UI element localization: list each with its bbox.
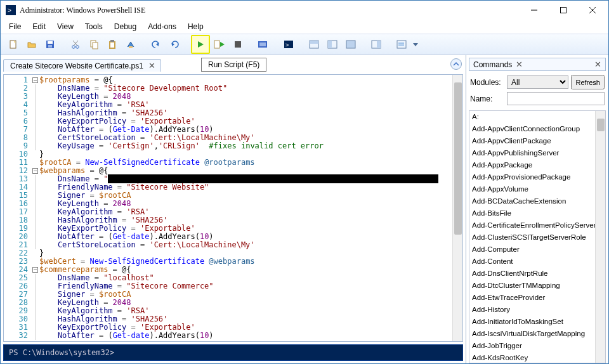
show-command-addon-button[interactable] <box>367 36 385 53</box>
tab-strip: Create Sitecore Website Certificate.ps1 … <box>3 58 463 72</box>
menu-view[interactable]: View <box>51 20 79 33</box>
command-item[interactable]: Add-AppxVolume <box>469 183 605 195</box>
commands-title: Commands <box>473 60 512 69</box>
refresh-button[interactable]: Refresh <box>571 75 605 89</box>
cut-button[interactable] <box>67 36 84 53</box>
command-item[interactable]: Add-KdsRootKey <box>469 352 605 363</box>
start-powershell-button[interactable]: > <box>280 36 298 53</box>
line-number-gutter: 1234567891011121314151617181920212223242… <box>4 75 30 341</box>
commands-header: Commands ✕ ✕ <box>469 58 606 71</box>
code-area[interactable]: $rootparams = @{ DnsName = "Sitecore Dev… <box>39 75 452 341</box>
window-title: Administrator: Windows PowerShell ISE <box>20 6 520 15</box>
layout-side-by-side-button[interactable] <box>324 36 341 53</box>
menu-help[interactable]: Help <box>182 20 209 33</box>
command-item[interactable]: Add-AppxProvisionedPackage <box>469 171 605 183</box>
svg-rect-3 <box>561 8 566 13</box>
command-item[interactable]: Add-JobTrigger <box>469 340 605 352</box>
undo-button[interactable] <box>147 36 165 53</box>
minimize-button[interactable] <box>520 1 549 20</box>
run-script-tooltip: Run Script (F5) <box>201 58 266 72</box>
svg-rect-24 <box>214 41 219 48</box>
editor-scrollbar[interactable] <box>452 75 462 341</box>
svg-text:>: > <box>8 7 11 14</box>
name-input[interactable] <box>507 92 605 105</box>
command-item[interactable]: Add-Content <box>469 256 605 268</box>
svg-rect-35 <box>346 41 355 48</box>
run-script-button[interactable] <box>191 35 210 54</box>
svg-marker-21 <box>156 42 159 46</box>
layout-maximized-button[interactable] <box>342 36 360 53</box>
new-button[interactable] <box>4 36 22 53</box>
command-item[interactable]: Add-DnsClientNrptRule <box>469 268 605 280</box>
command-item[interactable]: Add-CertificateEnrollmentPolicyServer <box>469 219 605 231</box>
command-item[interactable]: Add-InitiatorIdToMaskingSet <box>469 316 605 328</box>
code-editor[interactable]: 1234567891011121314151617181920212223242… <box>3 74 463 342</box>
app-icon: > <box>6 5 16 15</box>
svg-rect-28 <box>259 42 266 46</box>
close-button[interactable] <box>578 1 607 20</box>
command-item[interactable]: Add-AppvClientPackage <box>469 135 605 147</box>
new-remote-tab-button[interactable] <box>254 36 272 53</box>
menu-add-ons[interactable]: Add-ons <box>142 20 182 33</box>
command-item[interactable]: Add-AppvPublishingServer <box>469 147 605 159</box>
copy-button[interactable] <box>85 36 103 53</box>
close-tab-icon[interactable]: ✕ <box>147 61 157 70</box>
svg-rect-38 <box>397 41 406 48</box>
file-tab[interactable]: Create Sitecore Website Certificate.ps1 … <box>3 59 161 72</box>
svg-rect-37 <box>377 41 381 48</box>
svg-marker-41 <box>413 43 418 46</box>
svg-rect-18 <box>110 42 114 48</box>
svg-point-11 <box>72 46 75 49</box>
menu-file[interactable]: File <box>3 20 27 33</box>
fold-column[interactable] <box>30 75 39 341</box>
menu-debug[interactable]: Debug <box>108 20 142 33</box>
toolbar: > <box>1 34 608 55</box>
svg-marker-22 <box>172 42 174 46</box>
save-button[interactable] <box>41 36 59 53</box>
console-pane[interactable]: PS C:\Windows\system32> <box>3 344 463 361</box>
redo-button[interactable] <box>166 36 183 53</box>
menu-tools[interactable]: Tools <box>79 20 108 33</box>
commands-panel-close-icon[interactable]: ✕ <box>594 60 601 69</box>
command-item[interactable]: Add-History <box>469 304 605 316</box>
commands-tab-close-icon[interactable]: ✕ <box>516 60 523 69</box>
svg-rect-20 <box>129 46 133 48</box>
svg-rect-9 <box>48 41 53 44</box>
command-item[interactable]: Add-DtcClusterTMMapping <box>469 280 605 292</box>
command-item[interactable]: Add-ClusteriSCSITargetServerRole <box>469 231 605 244</box>
svg-line-13 <box>74 41 78 46</box>
menu-edit[interactable]: Edit <box>27 20 51 33</box>
modules-dropdown[interactable]: All <box>507 75 568 89</box>
titlebar: > Administrator: Windows PowerShell ISE <box>1 1 608 20</box>
run-selection-button[interactable] <box>211 36 228 53</box>
svg-text:>: > <box>285 42 289 48</box>
command-item[interactable]: Add-BCDataCacheExtension <box>469 195 605 207</box>
svg-rect-34 <box>328 41 332 48</box>
collapse-script-pane-button[interactable] <box>450 58 462 70</box>
console-prompt: PS C:\Windows\system32> <box>9 348 114 357</box>
command-item[interactable]: Add-IscsiVirtualDiskTargetMapping <box>469 328 605 340</box>
stop-button[interactable] <box>229 36 247 53</box>
command-item[interactable]: Add-EtwTraceProvider <box>469 292 605 304</box>
toolbar-dropdown[interactable] <box>411 36 420 53</box>
command-item[interactable]: Add-AppvClientConnectionGroup <box>469 123 605 135</box>
clear-button[interactable] <box>122 36 140 53</box>
commands-list[interactable]: A:Add-AppvClientConnectionGroupAdd-AppvC… <box>469 110 606 363</box>
command-item[interactable]: Add-Computer <box>469 244 605 256</box>
name-label: Name: <box>470 94 504 103</box>
open-button[interactable] <box>23 36 41 53</box>
command-item[interactable]: Add-BitsFile <box>469 207 605 219</box>
show-command-window-button[interactable] <box>393 36 410 53</box>
commands-scrollbar[interactable] <box>595 111 605 363</box>
svg-rect-10 <box>48 45 52 48</box>
command-item[interactable]: A: <box>469 111 605 123</box>
svg-rect-19 <box>110 40 114 42</box>
svg-rect-32 <box>310 41 318 44</box>
svg-marker-25 <box>220 42 225 47</box>
layout-script-top-button[interactable] <box>305 36 323 53</box>
command-item[interactable]: Add-AppxPackage <box>469 159 605 171</box>
svg-line-14 <box>73 41 77 46</box>
svg-marker-23 <box>198 41 204 48</box>
paste-button[interactable] <box>103 36 121 53</box>
maximize-button[interactable] <box>549 1 578 20</box>
